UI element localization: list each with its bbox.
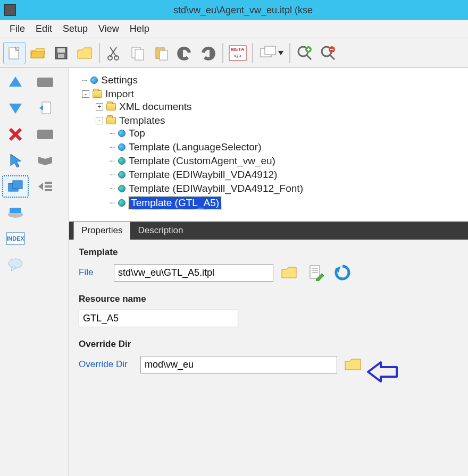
- svg-marker-31: [9, 104, 22, 114]
- node-icon: [118, 157, 126, 165]
- node-icon: [90, 76, 98, 84]
- node-icon: [118, 185, 126, 192]
- meta-button[interactable]: META</>: [227, 42, 249, 64]
- up-arrow-icon: [7, 75, 23, 90]
- tree-node-import[interactable]: Import: [105, 88, 134, 100]
- expand-toggle[interactable]: +: [96, 103, 103, 110]
- side-slot-2[interactable]: [32, 123, 59, 146]
- cut-button[interactable]: [103, 42, 126, 64]
- titlebar: std\vw_eu\Agent_vw_eu.itpl (kse: [0, 0, 468, 20]
- svg-line-26: [330, 55, 335, 60]
- move-up-button[interactable]: [2, 71, 29, 94]
- folder-icon: [344, 356, 363, 372]
- tree-item[interactable]: Template (LanguageSelector): [129, 141, 261, 153]
- scanner-button[interactable]: [2, 201, 29, 224]
- window-title: std\vw_eu\Agent_vw_eu.itpl (kse: [22, 5, 464, 16]
- override-dir-input[interactable]: [140, 356, 337, 373]
- svg-rect-40: [45, 182, 52, 184]
- svg-rect-11: [160, 50, 168, 60]
- folder-icon: [93, 90, 102, 98]
- redo-button[interactable]: [197, 42, 219, 64]
- svg-text:INDEX: INDEX: [6, 235, 24, 242]
- tree-node-settings[interactable]: Settings: [101, 74, 138, 86]
- refresh-file-button[interactable]: [332, 263, 353, 282]
- collapse-toggle[interactable]: -: [82, 90, 89, 98]
- side-doc-button[interactable]: [32, 97, 59, 120]
- svg-line-21: [307, 55, 311, 60]
- meta-icon: META</>: [228, 45, 247, 62]
- side-slot-1[interactable]: [32, 71, 59, 94]
- book-button[interactable]: [32, 149, 59, 172]
- tab-description[interactable]: Description: [130, 222, 190, 240]
- menu-edit[interactable]: Edit: [30, 21, 57, 37]
- tab-strip: Properties Description: [69, 222, 468, 240]
- tree-node-templates[interactable]: Templates: [119, 115, 165, 126]
- resource-name-input[interactable]: [79, 310, 238, 327]
- node-icon: [118, 130, 126, 137]
- svg-marker-43: [38, 183, 43, 190]
- undo-button[interactable]: [173, 42, 196, 64]
- override-dir-label: Override Dir: [79, 359, 135, 370]
- overlap-windows-button[interactable]: [2, 175, 29, 198]
- menu-setup[interactable]: Setup: [57, 21, 93, 37]
- menu-view[interactable]: View: [93, 21, 124, 37]
- delete-button[interactable]: [2, 123, 29, 146]
- tree-item[interactable]: Top: [129, 128, 145, 139]
- node-icon: [118, 199, 126, 207]
- tree-item[interactable]: Template (CustomAgent_vw_eu): [129, 155, 275, 167]
- file-input[interactable]: [114, 264, 273, 282]
- indent-left-button[interactable]: [32, 175, 59, 198]
- tree-view[interactable]: ┈Settings -Import +XML documents -Templa…: [69, 68, 468, 222]
- redo-icon: [199, 45, 217, 61]
- zoom-in-icon: [296, 45, 313, 62]
- svg-rect-32: [42, 102, 51, 114]
- app-icon: [4, 4, 16, 16]
- svg-text:META: META: [231, 47, 245, 52]
- svg-rect-42: [45, 189, 52, 191]
- svg-rect-39: [13, 181, 22, 189]
- index-button[interactable]: INDEX: [2, 227, 29, 250]
- tree-item-selected[interactable]: Template (GTL_A5): [129, 197, 221, 209]
- move-down-button[interactable]: [2, 97, 29, 120]
- folder-button[interactable]: [73, 42, 96, 64]
- folder-icon: [106, 103, 116, 110]
- svg-marker-55: [368, 362, 397, 381]
- override-heading: Override Dir: [79, 339, 458, 350]
- tree-item[interactable]: Template (EDIWaybill_VDA4912_Font): [129, 183, 303, 194]
- windows-dropdown-button[interactable]: [256, 42, 286, 64]
- new-file-button[interactable]: [3, 42, 26, 64]
- browse-override-button[interactable]: [342, 355, 364, 374]
- refresh-icon: [333, 264, 352, 281]
- overlap-icon: [7, 179, 24, 194]
- pointer-button[interactable]: [2, 149, 29, 172]
- zoom-out-button[interactable]: [317, 42, 339, 64]
- book-icon: [37, 154, 54, 167]
- node-icon: [118, 143, 126, 151]
- tab-properties[interactable]: Properties: [73, 221, 130, 240]
- menu-file[interactable]: File: [4, 21, 30, 37]
- zoom-in-button[interactable]: [294, 42, 316, 64]
- tree-item[interactable]: Template (EDIWaybill_VDA4912): [129, 169, 277, 181]
- edit-file-button[interactable]: [305, 263, 327, 282]
- paste-button[interactable]: [150, 42, 172, 64]
- file-label: File: [79, 267, 108, 278]
- copy-icon: [130, 45, 146, 61]
- windows-icon: [259, 45, 283, 62]
- svg-rect-45: [10, 208, 21, 213]
- comment-button[interactable]: [2, 253, 29, 276]
- copy-button[interactable]: [127, 42, 149, 64]
- cursor-icon: [8, 152, 23, 168]
- svg-marker-33: [39, 105, 43, 110]
- menu-help[interactable]: Help: [124, 21, 155, 37]
- folder-icon: [106, 117, 116, 124]
- collapse-toggle[interactable]: -: [96, 117, 103, 124]
- tree-node-xmldocs[interactable]: XML documents: [119, 101, 192, 113]
- save-icon: [53, 45, 69, 61]
- properties-panel: Template File Resource name Override Dir…: [69, 240, 468, 476]
- toolbar-separator: [222, 43, 223, 63]
- down-arrow-icon: [7, 101, 23, 116]
- open-folder-button[interactable]: [27, 42, 49, 64]
- svg-rect-4: [57, 48, 65, 53]
- save-button[interactable]: [50, 42, 72, 64]
- browse-file-button[interactable]: [279, 263, 300, 282]
